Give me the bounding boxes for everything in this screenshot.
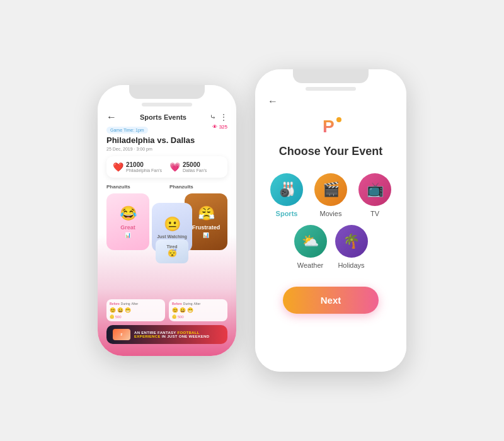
header-icons: ⤷ ⋮ — [210, 113, 227, 122]
fan-count-dallas: 25000 — [183, 161, 207, 168]
holidays-circle: 🌴 — [335, 225, 368, 258]
left-phone: ← Sports Events ⤷ ⋮ Game Time: 1pm 👁 325… — [98, 85, 236, 356]
bet-tab-after[interactable]: After — [132, 302, 139, 306]
views-count: 325 — [219, 124, 227, 130]
frustrated-emoji: 😤 — [198, 205, 215, 222]
bet-emojis-right: 😊 😀 😁 — [172, 307, 224, 313]
movies-circle: 🎬 — [314, 173, 347, 206]
movies-label: Movies — [320, 210, 342, 217]
heart-icon-dallas: 💗 — [169, 162, 180, 172]
weather-label: Weather — [297, 261, 323, 269]
tv-label: TV — [370, 210, 379, 217]
bet-tab-after-right[interactable]: After — [194, 302, 201, 306]
event-grid-bottom: ⛅ Weather 🌴 Holidays — [293, 225, 369, 269]
bar-chart-icon-great: 📊 — [125, 232, 131, 238]
frustrated-label: Frustrated — [192, 224, 220, 231]
fan-label-dallas: Dallas Fan's — [183, 168, 207, 173]
sports-circle: 🎳 — [270, 173, 303, 206]
game-time-badge: Game Time: 1pm — [106, 127, 148, 134]
sports-label: Sports — [276, 210, 298, 217]
phanzults-row: Phanzults Phanzults — [106, 184, 227, 190]
views-row: 👁 325 — [212, 124, 227, 130]
fan-item-dallas: 💗 25000 Dallas Fan's — [169, 161, 207, 173]
next-button[interactable]: Next — [283, 287, 379, 314]
mood-card-watching-wrapper: 😐 Just Watching Tired 😴 — [152, 197, 192, 246]
event-item-weather[interactable]: ⛅ Weather — [293, 225, 328, 269]
fans-row: ❤️ 21000 Philadelphia Fan's 💗 25000 Dall… — [106, 156, 227, 178]
match-title: Philadelphia vs. Dallas — [106, 135, 227, 146]
page-title-left: Sports Events — [140, 113, 186, 121]
bottom-banner: F AN ENTIRE FANTASY FOOTBALL EXPERIENCE … — [106, 325, 227, 344]
fantasy-logo: F — [113, 329, 130, 340]
weather-circle: ⛅ — [294, 225, 327, 258]
more-icon[interactable]: ⋮ — [220, 113, 227, 122]
svg-point-2 — [336, 117, 341, 122]
share-icon[interactable]: ⤷ — [210, 113, 216, 122]
great-label: Great — [120, 224, 135, 231]
banner-text: AN ENTIRE FANTASY FOOTBALL EXPERIENCE IN… — [134, 331, 221, 338]
holidays-label: Holidays — [338, 261, 364, 269]
bet-tab-during-right[interactable]: During — [183, 302, 193, 306]
bet-card-right[interactable]: Before During After 😊 😀 😁 🪙 500 — [169, 299, 227, 321]
status-bar-left — [142, 103, 192, 106]
bar-chart-icon-frustrated: 📊 — [203, 232, 209, 238]
fan-item-philly: ❤️ 21000 Philadelphia Fan's — [113, 161, 162, 173]
svg-text:P: P — [323, 117, 335, 136]
bet-tab-during[interactable]: During — [121, 302, 130, 306]
mood-card-great[interactable]: 😂 Great 📊 — [106, 193, 149, 250]
bet-amount-right: 🪙 500 — [172, 314, 224, 319]
bet-card-left[interactable]: Before During After 😊 😀 😁 🪙 500 — [106, 299, 165, 321]
fan-count-philly: 21000 — [126, 161, 162, 168]
back-button-right[interactable]: ← — [268, 96, 278, 107]
event-item-sports[interactable]: 🎳 Sports — [268, 173, 306, 217]
choose-event-title: Choose Your Event — [279, 145, 382, 158]
bet-tabs-left: Before During After — [110, 302, 162, 306]
watching-label: Just Watching — [157, 234, 187, 239]
event-item-holidays[interactable]: 🌴 Holidays — [334, 225, 369, 269]
watching-emoji: 😐 — [164, 216, 181, 232]
bet-tab-before-right[interactable]: Before — [172, 302, 182, 306]
fan-label-philly: Philadelphia Fan's — [126, 168, 162, 173]
great-emoji: 😂 — [120, 205, 137, 222]
tv-circle: 📺 — [358, 173, 391, 206]
left-screen: ← Sports Events ⤷ ⋮ Game Time: 1pm 👁 325… — [98, 85, 236, 356]
phanzults-label-left: Phanzults — [106, 184, 164, 190]
bet-amount-left: 🪙 500 — [110, 314, 162, 319]
back-button-left[interactable]: ← — [106, 112, 117, 123]
left-header: ← Sports Events ⤷ ⋮ — [106, 112, 227, 123]
right-phone: ← P Choose Your Event 🎳 Sports 🎬 — [255, 69, 406, 372]
status-bar-right — [306, 87, 356, 91]
heart-icon-philly: ❤️ — [113, 162, 123, 172]
event-item-movies[interactable]: 🎬 Movies — [312, 173, 350, 217]
eye-icon: 👁 — [212, 124, 217, 130]
match-date: 25 Dec, 2019 · 3:00 pm — [106, 147, 227, 151]
bet-tabs-right: Before During After — [172, 302, 224, 306]
cards-area: 😂 Great 📊 😐 Just Watching Tired 😴 — [106, 193, 227, 294]
phanzults-label-right: Phanzults — [169, 184, 227, 190]
mood-card-watching[interactable]: 😐 Just Watching Tired 😴 — [152, 203, 192, 252]
app-logo: P — [318, 113, 344, 140]
bet-emojis-left: 😊 😀 😁 — [110, 307, 162, 313]
event-item-tv[interactable]: 📺 TV — [356, 173, 394, 217]
right-screen: ← P Choose Your Event 🎳 Sports 🎬 — [255, 69, 406, 372]
bet-row: Before During After 😊 😀 😁 🪙 500 Before D… — [106, 299, 227, 321]
event-grid-top: 🎳 Sports 🎬 Movies 📺 TV — [268, 173, 394, 217]
bet-tab-before[interactable]: Before — [110, 302, 120, 306]
